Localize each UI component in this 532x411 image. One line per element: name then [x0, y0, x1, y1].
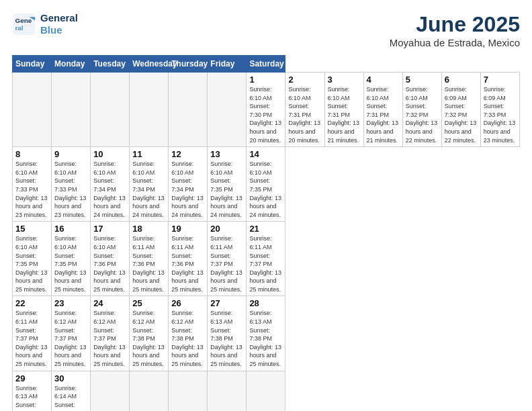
calendar-cell: 21Sunrise: 6:11 AMSunset: 7:37 PMDayligh…	[247, 222, 285, 296]
logo-icon: Gene ral	[12, 12, 36, 36]
day-number: 11	[132, 149, 165, 159]
day-number: 27	[210, 298, 243, 308]
calendar-cell: 5Sunrise: 6:10 AMSunset: 7:32 PMDaylight…	[402, 73, 441, 147]
weekday-header-tuesday: Tuesday	[91, 56, 130, 73]
calendar-cell: 26Sunrise: 6:12 AMSunset: 7:38 PMDayligh…	[169, 296, 208, 371]
day-number: 19	[171, 224, 204, 234]
day-info: Sunrise: 6:11 AMSunset: 7:37 PMDaylight:…	[210, 234, 243, 293]
day-info: Sunrise: 6:13 AMSunset: 7:38 PMDaylight:…	[210, 309, 243, 368]
calendar-cell	[169, 371, 208, 411]
calendar-cell: 6Sunrise: 6:09 AMSunset: 7:32 PMDaylight…	[441, 73, 480, 147]
day-info: Sunrise: 6:13 AMSunset: 7:38 PMDaylight:…	[249, 309, 282, 368]
day-info: Sunrise: 6:10 AMSunset: 7:34 PMDaylight:…	[171, 160, 204, 219]
day-number: 20	[210, 224, 243, 234]
calendar-cell: 2Sunrise: 6:10 AMSunset: 7:31 PMDaylight…	[285, 73, 324, 147]
calendar-cell: 30Sunrise: 6:14 AMSunset: 7:38 PMDayligh…	[52, 371, 91, 411]
calendar-cell: 19Sunrise: 6:11 AMSunset: 7:36 PMDayligh…	[169, 222, 208, 296]
day-number: 6	[445, 75, 478, 85]
day-number: 2	[288, 75, 321, 85]
calendar-cell: 16Sunrise: 6:10 AMSunset: 7:35 PMDayligh…	[52, 222, 91, 296]
day-number: 25	[132, 298, 165, 308]
day-number: 16	[54, 224, 87, 234]
calendar-cell: 15Sunrise: 6:10 AMSunset: 7:35 PMDayligh…	[13, 222, 52, 296]
calendar-cell: 24Sunrise: 6:12 AMSunset: 7:37 PMDayligh…	[91, 296, 130, 371]
calendar-cell: 11Sunrise: 6:10 AMSunset: 7:34 PMDayligh…	[130, 147, 169, 222]
day-info: Sunrise: 6:10 AMSunset: 7:31 PMDaylight:…	[328, 85, 361, 144]
day-info: Sunrise: 6:10 AMSunset: 7:35 PMDaylight:…	[249, 160, 282, 219]
header: Gene ral General Blue June 2025 Moyahua …	[12, 12, 520, 48]
day-number: 9	[54, 149, 87, 159]
svg-text:Gene: Gene	[15, 17, 32, 24]
calendar-week-3: 15Sunrise: 6:10 AMSunset: 7:35 PMDayligh…	[13, 222, 520, 296]
logo: Gene ral General Blue	[12, 12, 78, 36]
day-info: Sunrise: 6:10 AMSunset: 7:33 PMDaylight:…	[54, 160, 87, 219]
day-number: 21	[249, 224, 282, 234]
calendar-cell: 18Sunrise: 6:11 AMSunset: 7:36 PMDayligh…	[130, 222, 169, 296]
day-number: 8	[15, 149, 48, 159]
day-info: Sunrise: 6:12 AMSunset: 7:38 PMDaylight:…	[132, 309, 165, 368]
title-block: June 2025 Moyahua de Estrada, Mexico	[390, 12, 520, 48]
calendar-cell	[208, 73, 247, 147]
day-info: Sunrise: 6:10 AMSunset: 7:34 PMDaylight:…	[93, 160, 126, 219]
logo-text: General Blue	[40, 12, 78, 36]
day-number: 4	[367, 75, 400, 85]
day-number: 29	[15, 373, 48, 383]
day-number: 5	[406, 75, 439, 85]
day-number: 24	[93, 298, 126, 308]
calendar-cell	[130, 73, 169, 147]
svg-text:ral: ral	[15, 24, 24, 32]
day-number: 26	[171, 298, 204, 308]
day-info: Sunrise: 6:12 AMSunset: 7:38 PMDaylight:…	[171, 309, 204, 368]
calendar-cell: 20Sunrise: 6:11 AMSunset: 7:37 PMDayligh…	[208, 222, 247, 296]
calendar-cell: 23Sunrise: 6:12 AMSunset: 7:37 PMDayligh…	[52, 296, 91, 371]
day-info: Sunrise: 6:12 AMSunset: 7:37 PMDaylight:…	[93, 309, 126, 368]
day-info: Sunrise: 6:10 AMSunset: 7:31 PMDaylight:…	[288, 85, 321, 144]
day-number: 28	[249, 298, 282, 308]
calendar-page: Gene ral General Blue June 2025 Moyahua …	[0, 0, 532, 411]
calendar-cell: 1Sunrise: 6:10 AMSunset: 7:30 PMDaylight…	[247, 73, 285, 147]
day-info: Sunrise: 6:10 AMSunset: 7:31 PMDaylight:…	[367, 85, 400, 144]
calendar-cell: 7Sunrise: 6:09 AMSunset: 7:33 PMDaylight…	[480, 73, 519, 147]
day-info: Sunrise: 6:10 AMSunset: 7:35 PMDaylight:…	[210, 160, 243, 219]
calendar-cell	[208, 371, 247, 411]
weekday-header-thursday: Thursday	[169, 56, 208, 73]
calendar-cell: 12Sunrise: 6:10 AMSunset: 7:34 PMDayligh…	[169, 147, 208, 222]
calendar-cell: 4Sunrise: 6:10 AMSunset: 7:31 PMDaylight…	[363, 73, 402, 147]
calendar-cell: 27Sunrise: 6:13 AMSunset: 7:38 PMDayligh…	[208, 296, 247, 371]
day-number: 18	[132, 224, 165, 234]
day-number: 23	[54, 298, 87, 308]
day-info: Sunrise: 6:10 AMSunset: 7:35 PMDaylight:…	[15, 234, 48, 293]
calendar-cell	[52, 73, 91, 147]
calendar-week-1: 1Sunrise: 6:10 AMSunset: 7:30 PMDaylight…	[13, 73, 520, 147]
calendar-cell: 3Sunrise: 6:10 AMSunset: 7:31 PMDaylight…	[324, 73, 363, 147]
weekday-header-sunday: Sunday	[13, 56, 52, 73]
day-number: 12	[171, 149, 204, 159]
calendar-cell	[247, 371, 285, 411]
day-number: 30	[54, 373, 87, 383]
day-info: Sunrise: 6:13 AMSunset: 7:38 PMDaylight:…	[15, 384, 48, 411]
day-info: Sunrise: 6:11 AMSunset: 7:36 PMDaylight:…	[132, 234, 165, 293]
day-info: Sunrise: 6:11 AMSunset: 7:37 PMDaylight:…	[15, 309, 48, 368]
day-info: Sunrise: 6:10 AMSunset: 7:35 PMDaylight:…	[54, 234, 87, 293]
day-info: Sunrise: 6:10 AMSunset: 7:32 PMDaylight:…	[406, 85, 439, 144]
calendar-cell: 28Sunrise: 6:13 AMSunset: 7:38 PMDayligh…	[247, 296, 285, 371]
calendar-cell	[130, 371, 169, 411]
day-info: Sunrise: 6:11 AMSunset: 7:36 PMDaylight:…	[171, 234, 204, 293]
day-number: 10	[93, 149, 126, 159]
calendar-cell: 17Sunrise: 6:10 AMSunset: 7:36 PMDayligh…	[91, 222, 130, 296]
calendar-subtitle: Moyahua de Estrada, Mexico	[390, 37, 520, 48]
day-info: Sunrise: 6:09 AMSunset: 7:32 PMDaylight:…	[445, 85, 478, 144]
day-info: Sunrise: 6:10 AMSunset: 7:30 PMDaylight:…	[249, 85, 282, 144]
calendar-cell: 13Sunrise: 6:10 AMSunset: 7:35 PMDayligh…	[208, 147, 247, 222]
calendar-cell	[169, 73, 208, 147]
calendar-week-4: 22Sunrise: 6:11 AMSunset: 7:37 PMDayligh…	[13, 296, 520, 371]
calendar-cell: 10Sunrise: 6:10 AMSunset: 7:34 PMDayligh…	[91, 147, 130, 222]
day-number: 13	[210, 149, 243, 159]
day-info: Sunrise: 6:10 AMSunset: 7:33 PMDaylight:…	[15, 160, 48, 219]
weekday-header-friday: Friday	[208, 56, 247, 73]
day-info: Sunrise: 6:12 AMSunset: 7:37 PMDaylight:…	[54, 309, 87, 368]
day-info: Sunrise: 6:11 AMSunset: 7:37 PMDaylight:…	[249, 234, 282, 293]
day-info: Sunrise: 6:09 AMSunset: 7:33 PMDaylight:…	[484, 85, 517, 144]
calendar-cell	[13, 73, 52, 147]
day-info: Sunrise: 6:10 AMSunset: 7:34 PMDaylight:…	[132, 160, 165, 219]
